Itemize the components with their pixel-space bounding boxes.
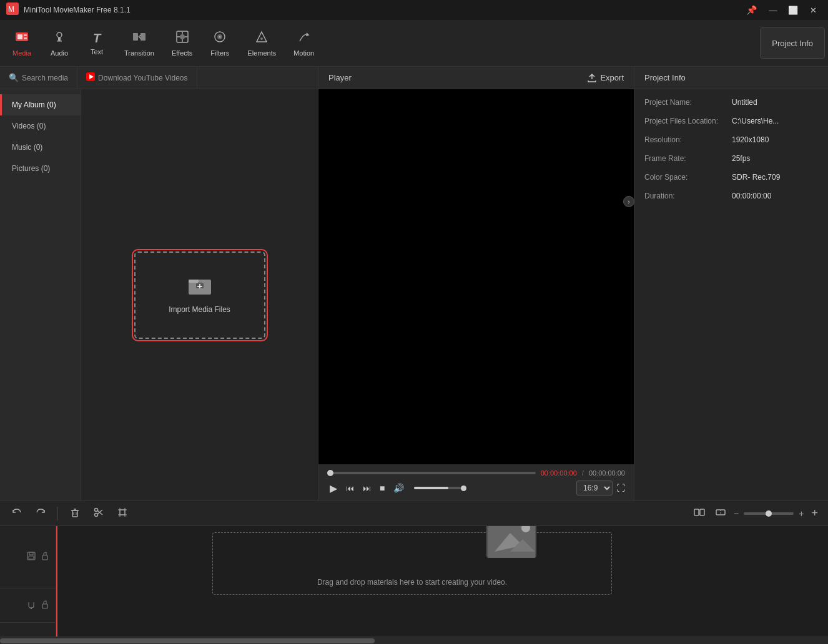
crop-button[interactable] [113, 504, 132, 523]
sidebar-item-pictures[interactable]: Pictures (0) [0, 158, 81, 179]
add-track-button[interactable]: + [809, 504, 821, 522]
filters-icon [213, 30, 227, 47]
detach-button[interactable] [712, 504, 729, 522]
restore-button[interactable]: ⬜ [784, 3, 802, 17]
project-info-button[interactable]: Project Info [760, 27, 825, 59]
svg-rect-32 [29, 556, 34, 559]
title-bar: M MiniTool MovieMaker Free 8.1.1 📌 — ⬜ ✕ [0, 0, 828, 20]
project-name-value: Untitled [732, 98, 757, 107]
time-current: 00:00:00:00 [541, 469, 577, 477]
video-lock-button[interactable] [39, 550, 51, 564]
drop-zone[interactable]: Drag and drop materials here to start cr… [212, 532, 612, 595]
toolbar-effects[interactable]: Effects [163, 25, 201, 62]
youtube-tab[interactable]: Download YouTube Videos [77, 67, 197, 89]
prev-frame-button[interactable]: ⏮ [343, 482, 357, 494]
export-button[interactable]: Export [587, 73, 624, 83]
toolbar-text[interactable]: T Text [78, 26, 116, 61]
svg-rect-33 [42, 555, 47, 560]
audio-save-button[interactable] [26, 599, 37, 612]
timeline-right-controls: − + + [691, 504, 821, 522]
color-space-row: Color Space: SDR- Rec.709 [644, 173, 818, 182]
timeline: − + + [0, 500, 828, 644]
volume-slider[interactable] [414, 487, 464, 489]
video-save-button[interactable] [26, 550, 37, 564]
toolbar-separator-1 [57, 507, 58, 520]
drop-zone-icon [486, 526, 536, 558]
zoom-slider[interactable] [744, 512, 794, 515]
svg-point-6 [57, 32, 62, 37]
toolbar-transition[interactable]: Transition [116, 25, 163, 62]
svg-rect-36 [42, 604, 47, 608]
delete-button[interactable] [66, 504, 84, 523]
play-button[interactable]: ▶ [327, 481, 340, 495]
player-panel: Player Export 00:00:00:00 / 00:00:00:00 … [318, 67, 634, 500]
sidebar-item-videos[interactable]: Videos (0) [0, 115, 81, 137]
text-icon: T [93, 31, 101, 46]
svg-rect-27 [694, 509, 699, 515]
volume-thumb [461, 485, 466, 491]
media-icon [15, 30, 29, 47]
search-tab-label: Search media [22, 74, 68, 82]
stop-button[interactable]: ■ [377, 482, 387, 494]
folder-icon [189, 276, 211, 299]
duration-value: 00:00:00:00 [732, 192, 771, 200]
effects-label: Effects [172, 49, 192, 57]
import-media-box[interactable]: Import Media Files [134, 251, 265, 339]
duration-row: Duration: 00:00:00:00 [644, 192, 818, 200]
project-location-row: Project Files Location: C:\Users\He... [644, 117, 818, 125]
audio-icon [52, 30, 66, 47]
resolution-key: Resolution: [644, 135, 732, 144]
audio-track-controls [0, 588, 56, 623]
redo-button[interactable] [31, 504, 50, 523]
timeline-scrollbar[interactable] [0, 637, 828, 644]
svg-text:M: M [8, 5, 14, 14]
color-space-value: SDR- Rec.709 [732, 173, 780, 182]
timeline-scroll-thumb [0, 638, 375, 643]
toolbar-motion[interactable]: Motion [285, 25, 323, 62]
time-bar: 00:00:00:00 / 00:00:00:00 [327, 469, 625, 477]
project-resolution-row: Resolution: 1920x1080 [644, 135, 818, 144]
media-label: Media [12, 49, 31, 57]
undo-button[interactable] [7, 504, 26, 523]
progress-thumb [327, 470, 333, 476]
volume-button[interactable]: 🔊 [391, 482, 407, 494]
toolbar-filters[interactable]: Filters [201, 25, 239, 62]
right-panel: Project Info Project Name: Untitled Proj… [634, 67, 828, 500]
minimize-button[interactable]: — [764, 3, 782, 17]
sub-tabs: 🔍 Search media Download YouTube Videos [0, 67, 318, 89]
player-controls-bar: 00:00:00:00 / 00:00:00:00 ▶ ⏮ ⏭ ■ 🔊 16:9… [318, 464, 634, 500]
svg-rect-22 [198, 282, 202, 283]
import-label: Import Media Files [169, 305, 230, 314]
right-panel-header: Project Info [634, 67, 828, 89]
video-track-controls [0, 526, 56, 588]
split-view-button[interactable] [691, 504, 707, 522]
audio-label: Audio [51, 49, 68, 57]
elements-icon [255, 30, 269, 47]
toolbar-elements[interactable]: Elements [239, 25, 285, 62]
sidebar-item-my-album[interactable]: My Album (0) [0, 94, 81, 115]
scissors-button[interactable] [89, 504, 108, 523]
collapse-panel-button[interactable]: › [623, 196, 634, 207]
next-frame-button[interactable]: ⏭ [360, 482, 373, 494]
title-bar-left: M MiniTool MovieMaker Free 8.1.1 [6, 2, 131, 17]
svg-rect-28 [700, 509, 704, 515]
transition-label: Transition [124, 49, 154, 57]
app-title: MiniTool MovieMaker Free 8.1.1 [24, 6, 131, 14]
fullscreen-button[interactable]: ⛶ [616, 483, 625, 493]
transition-icon [132, 30, 146, 47]
sidebar-item-music[interactable]: Music (0) [0, 137, 81, 158]
volume-fill [414, 487, 448, 489]
audio-lock-button[interactable] [39, 599, 51, 612]
aspect-ratio-select[interactable]: 16:9 4:3 1:1 9:16 [576, 481, 613, 495]
pin-icon[interactable]: 📌 [746, 5, 757, 15]
svg-rect-7 [58, 37, 61, 41]
drop-zone-text: Drag and drop materials here to start cr… [317, 578, 507, 587]
toolbar-audio[interactable]: Audio [41, 25, 78, 62]
toolbar-media[interactable]: Media [3, 25, 41, 62]
search-media-tab[interactable]: 🔍 Search media [0, 67, 77, 89]
project-name-row: Project Name: Untitled [644, 98, 818, 107]
project-location-key: Project Files Location: [644, 117, 732, 125]
project-name-key: Project Name: [644, 98, 732, 107]
progress-track[interactable] [327, 472, 536, 474]
close-button[interactable]: ✕ [804, 3, 822, 17]
